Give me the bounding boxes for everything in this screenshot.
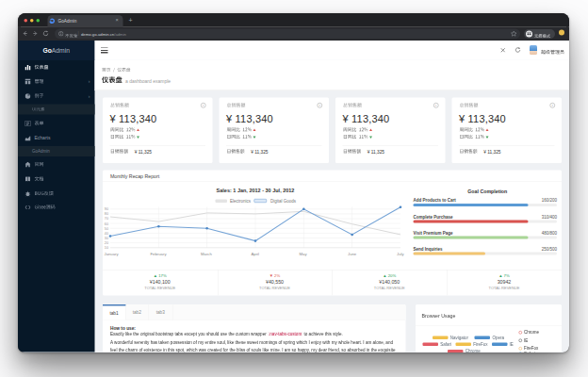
svg-text:10: 10 xyxy=(105,246,108,250)
svg-text:70: 70 xyxy=(105,217,108,221)
svg-text:April: April xyxy=(252,252,260,256)
svg-text:January: January xyxy=(105,252,120,256)
svg-text:March: March xyxy=(201,252,212,256)
svg-text:60: 60 xyxy=(105,222,108,226)
svg-text:90: 90 xyxy=(105,207,108,211)
svg-text:February: February xyxy=(151,252,168,256)
svg-text:May: May xyxy=(300,252,308,256)
svg-text:July: July xyxy=(397,252,404,256)
svg-text:80: 80 xyxy=(105,212,108,216)
svg-text:50: 50 xyxy=(105,227,108,231)
svg-text:30: 30 xyxy=(105,237,108,240)
svg-text:40: 40 xyxy=(105,232,108,236)
svg-text:June: June xyxy=(348,252,357,256)
svg-text:20: 20 xyxy=(105,241,108,245)
